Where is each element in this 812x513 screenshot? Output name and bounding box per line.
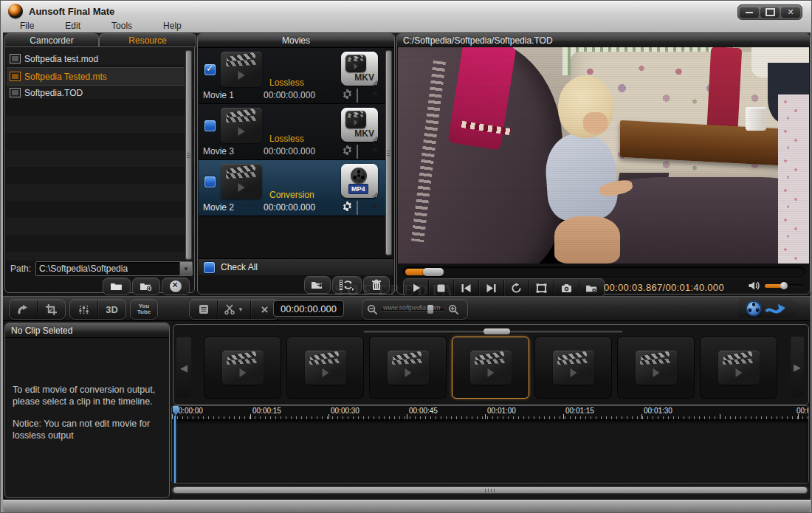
clip-editor-panel: No Clip Seleted To edit movie of convers… — [4, 323, 170, 498]
remove-movie-icon[interactable] — [370, 202, 382, 213]
timeline-clip[interactable] — [700, 337, 777, 399]
window-controls: ✕ — [737, 4, 802, 20]
fullscreen-button[interactable] — [529, 280, 554, 296]
3d-button[interactable]: 3D — [98, 300, 125, 318]
rotate-button[interactable] — [10, 300, 38, 318]
playhead-line[interactable] — [174, 416, 176, 483]
timeline-clip-selected[interactable] — [452, 337, 529, 399]
split-button[interactable]: ▼ — [218, 300, 251, 318]
movie-thumbnail-clapperboard-icon[interactable] — [221, 164, 262, 199]
play-button[interactable] — [404, 280, 429, 296]
movie-row-3-selected[interactable]: Conversion Movie 2 00:00:00.000 MP4 — [199, 160, 385, 216]
file-row-selected[interactable]: Softpedia Tested.mts — [7, 67, 185, 86]
zoom-slider[interactable]: www.softpedia.com — [382, 303, 444, 316]
next-frame-button[interactable] — [479, 280, 504, 296]
format-badge-mp4[interactable]: MP4 — [341, 164, 378, 198]
settings-gear-icon[interactable] — [342, 201, 354, 212]
tab-resource[interactable]: Resource — [99, 33, 196, 47]
next-frame-icon — [486, 283, 497, 293]
clapperboard-icon — [222, 351, 264, 385]
movie-row-1[interactable]: Lossless Movie 1 00:00:00.000 MKV — [199, 48, 385, 104]
clapperboard-icon — [388, 351, 429, 385]
file-list-scrollbar[interactable] — [185, 50, 192, 260]
delete-x-icon: × — [261, 303, 269, 316]
format-badge-mkv[interactable]: MKV — [341, 108, 378, 142]
scissors-icon — [224, 304, 236, 314]
adjust-button[interactable] — [70, 300, 98, 318]
loop-button[interactable] — [504, 280, 529, 296]
folder-open-icon — [110, 281, 123, 292]
format-badge-mkv[interactable]: MKV — [341, 52, 378, 86]
volume-knob[interactable] — [780, 282, 788, 289]
seek-bar[interactable] — [403, 266, 805, 278]
file-row[interactable]: Softpedia.TOD — [7, 84, 185, 101]
previous-frame-button[interactable] — [454, 280, 479, 296]
movies-scrollbar[interactable] — [385, 50, 392, 255]
copy-icon[interactable] — [357, 202, 368, 213]
maximize-button[interactable] — [760, 7, 780, 18]
scroll-left-button[interactable]: ◀ — [176, 337, 191, 398]
movie-thumbnail-clapperboard-icon[interactable] — [221, 52, 262, 87]
convert-movie-button[interactable] — [332, 276, 362, 294]
timeline-hscroll[interactable] — [171, 486, 809, 495]
add-folder-button[interactable] — [132, 278, 160, 295]
scroll-right-button[interactable]: ▶ — [791, 337, 804, 397]
folder-add-icon — [140, 281, 153, 292]
timeline-clip[interactable] — [204, 337, 281, 399]
menu-tools[interactable]: Tools — [106, 20, 138, 32]
export-movie-button[interactable] — [304, 276, 331, 294]
output-mode-label: Conversion — [269, 190, 314, 200]
menu-help[interactable]: Help — [157, 20, 187, 32]
stop-button[interactable] — [429, 280, 454, 296]
timeline-clip[interactable] — [534, 337, 612, 399]
movie-checkbox[interactable] — [204, 176, 216, 187]
settings-gear-icon[interactable] — [342, 145, 354, 156]
timeline-clip[interactable] — [617, 337, 695, 399]
remove-file-button[interactable] — [162, 278, 190, 295]
ruler-major-ticks — [172, 414, 808, 419]
volume-icon[interactable] — [748, 280, 761, 295]
close-button[interactable]: ✕ — [781, 7, 800, 18]
delete-movie-button[interactable] — [363, 276, 390, 294]
path-label: Path: — [10, 264, 31, 274]
check-all-checkbox[interactable] — [204, 262, 215, 273]
film-convert-icon — [339, 279, 355, 291]
export-button[interactable] — [738, 298, 802, 318]
crop-button[interactable] — [38, 300, 65, 318]
tab-camcorder[interactable]: Camcorder — [4, 33, 99, 47]
clapperboard-icon — [636, 351, 677, 385]
timeline-track[interactable] — [172, 419, 808, 483]
play-icon — [411, 283, 422, 293]
movie-checkbox[interactable] — [204, 120, 216, 131]
youtube-button[interactable]: YouTube — [130, 299, 158, 320]
seek-handle[interactable] — [423, 268, 444, 276]
path-combobox[interactable]: C:\Softpedia\Softpedia ▼ — [35, 261, 193, 276]
copy-icon[interactable] — [357, 89, 368, 100]
movie-checkbox-checked[interactable] — [204, 64, 216, 75]
menu-edit[interactable]: Edit — [59, 20, 86, 32]
path-dropdown-arrow[interactable]: ▼ — [179, 262, 192, 275]
copy-icon[interactable] — [357, 145, 368, 156]
remove-movie-icon[interactable] — [370, 89, 382, 100]
movie-row-2[interactable]: Lossless Movie 3 00:00:00.000 MKV — [199, 104, 385, 160]
volume-slider[interactable] — [765, 284, 803, 288]
zoom-in-button[interactable] — [444, 300, 463, 318]
clapperboard-icon — [345, 111, 366, 128]
movie-thumbnail-clapperboard-icon[interactable] — [221, 108, 262, 143]
open-folder-button[interactable] — [103, 278, 131, 295]
loop-icon — [511, 283, 522, 294]
volume-fill — [765, 284, 782, 288]
minimize-button[interactable] — [740, 7, 759, 18]
timeline-clip[interactable] — [369, 337, 447, 399]
snapshot-folder-button[interactable] — [579, 280, 604, 296]
snapshot-button[interactable] — [554, 280, 579, 296]
clip-list-button[interactable] — [190, 300, 218, 318]
menu-file[interactable]: File — [14, 20, 40, 32]
remove-movie-icon[interactable] — [370, 145, 382, 156]
file-row[interactable]: Softpedia test.mod — [7, 50, 185, 67]
settings-gear-icon[interactable] — [342, 89, 354, 100]
time-ruler[interactable]: 00:00:00 00:00:15 00:00:30 00:00:45 00:0… — [172, 406, 808, 419]
filmstrip-scroll-handle[interactable] — [484, 328, 510, 334]
timeline-clip[interactable] — [286, 337, 364, 399]
zoom-out-button[interactable] — [362, 300, 382, 318]
